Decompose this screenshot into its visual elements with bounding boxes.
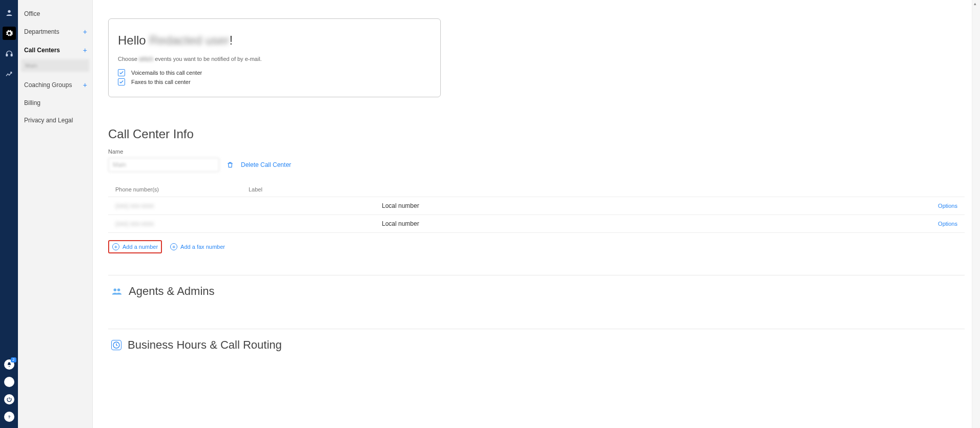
name-label: Name: [108, 148, 965, 155]
checkbox-faxes[interactable]: [118, 78, 125, 85]
main-content: Hello Redacted user! Choose which events…: [93, 0, 980, 428]
sidebar-item-label: Privacy and Legal: [24, 117, 73, 124]
sidebar-item-office[interactable]: Office: [18, 5, 92, 23]
sidebar: Office Departments + Call Centers + Main…: [18, 0, 93, 428]
scrollbar[interactable]: [972, 0, 980, 428]
table-row: (xxx) xxx-xxxx Local number Options: [108, 215, 965, 233]
svg-rect-2: [11, 54, 12, 56]
number-type-cell: Local number: [382, 220, 938, 227]
welcome-subtext: Choose which events you want to be notif…: [118, 56, 431, 62]
welcome-card: Hello Redacted user! Choose which events…: [108, 18, 441, 97]
plus-icon[interactable]: +: [83, 81, 87, 89]
call-center-name-input[interactable]: [108, 158, 219, 172]
hello-name: Redacted user: [149, 33, 229, 47]
section-title: Agents & Admins: [129, 285, 215, 298]
trash-icon[interactable]: [227, 161, 234, 168]
help-icon[interactable]: ?: [4, 412, 14, 422]
add-fax-label: Add a fax number: [180, 244, 225, 250]
add-fax-button[interactable]: + Add a fax number: [166, 240, 229, 253]
sidebar-item-call-centers[interactable]: Call Centers +: [18, 41, 92, 59]
phone-number-cell: (xxx) xxx-xxxx: [115, 220, 382, 227]
sidebar-item-billing[interactable]: Billing: [18, 94, 92, 112]
sidebar-item-privacy-legal[interactable]: Privacy and Legal: [18, 112, 92, 129]
sidebar-item-label: Office: [24, 10, 40, 17]
col-header-label: Label: [249, 186, 382, 192]
plus-circle-icon: +: [170, 243, 177, 250]
add-buttons-row: + Add a number + Add a fax number: [108, 240, 965, 253]
row-options-link[interactable]: Options: [938, 203, 957, 209]
number-type-cell: Local number: [382, 202, 938, 209]
section-business-hours[interactable]: Business Hours & Call Routing: [108, 329, 965, 361]
left-rail: 2 ?: [0, 0, 18, 428]
headset-icon[interactable]: [3, 47, 16, 60]
col-header-phone: Phone number(s): [115, 186, 249, 192]
hello-heading: Hello Redacted user!: [118, 33, 431, 48]
sidebar-item-label: Call Centers: [24, 47, 60, 54]
choose-suffix: events you want to be notified of by e-m…: [155, 56, 262, 62]
rail-top-group: [3, 6, 16, 81]
plus-icon[interactable]: +: [83, 46, 87, 54]
sidebar-item-label: Coaching Groups: [24, 81, 72, 89]
check-row-voicemails: Voicemails to this call center: [118, 69, 431, 76]
check-label: Faxes to this call center: [131, 79, 191, 85]
call-center-info-heading: Call Center Info: [108, 127, 965, 141]
voice-icon[interactable]: [4, 377, 14, 387]
section-agents-admins[interactable]: Agents & Admins: [108, 275, 965, 307]
check-label: Voicemails to this call center: [131, 70, 202, 76]
notification-badge: 2: [11, 357, 16, 362]
row-options-link[interactable]: Options: [938, 221, 957, 227]
add-number-label: Add a number: [122, 244, 158, 250]
hello-suffix: !: [229, 33, 233, 47]
table-row: (xxx) xxx-xxxx Local number Options: [108, 197, 965, 215]
power-icon[interactable]: [4, 394, 14, 404]
checkbox-voicemails[interactable]: [118, 69, 125, 76]
add-number-button[interactable]: + Add a number: [108, 240, 162, 253]
sidebar-item-coaching-groups[interactable]: Coaching Groups +: [18, 76, 92, 94]
svg-rect-1: [6, 54, 8, 56]
rail-bottom-group: 2 ?: [4, 359, 14, 422]
svg-text:?: ?: [8, 415, 10, 419]
sidebar-item-label: Departments: [24, 28, 59, 35]
check-row-faxes: Faxes to this call center: [118, 78, 431, 85]
notifications-icon[interactable]: 2: [4, 359, 14, 370]
gear-icon[interactable]: [3, 27, 16, 40]
choose-prefix: Choose: [118, 56, 137, 62]
svg-point-4: [114, 289, 117, 292]
section-title: Business Hours & Call Routing: [128, 338, 282, 352]
person-icon[interactable]: [3, 6, 16, 19]
svg-point-5: [117, 289, 120, 292]
hello-prefix: Hello: [118, 33, 149, 47]
choose-blur: which: [139, 56, 153, 62]
sidebar-item-label: Billing: [24, 99, 40, 106]
plus-icon[interactable]: +: [83, 28, 87, 36]
phone-numbers-table: Phone number(s) Label (xxx) xxx-xxxx Loc…: [108, 184, 965, 233]
delete-call-center-link[interactable]: Delete Call Center: [241, 161, 291, 168]
sidebar-item-departments[interactable]: Departments +: [18, 23, 92, 41]
table-header: Phone number(s) Label: [108, 184, 965, 197]
clock-icon: [111, 340, 121, 350]
phone-number-cell: (xxx) xxx-xxxx: [115, 202, 382, 209]
sidebar-sub-item[interactable]: Main: [21, 59, 89, 72]
analytics-icon[interactable]: [3, 68, 16, 81]
plus-circle-icon: +: [112, 243, 119, 250]
agents-icon: [111, 286, 122, 297]
name-row: Delete Call Center: [108, 158, 965, 172]
svg-point-0: [8, 10, 10, 13]
